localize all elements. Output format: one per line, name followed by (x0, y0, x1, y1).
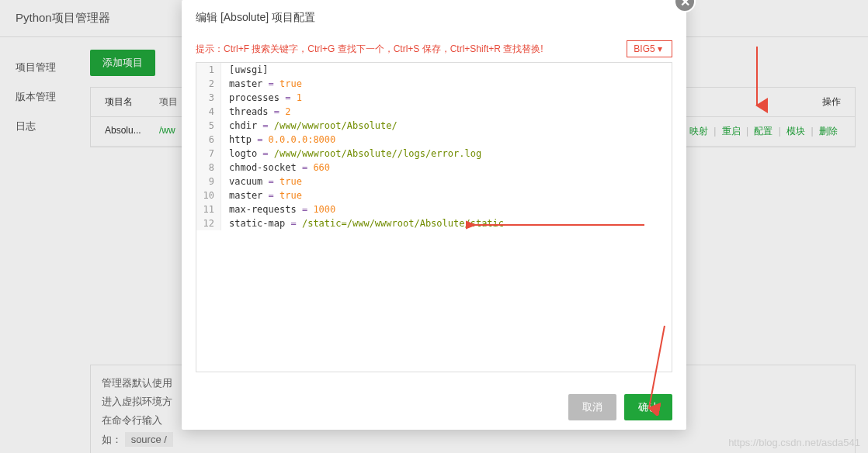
code-text: logto = /www/wwwroot/Absolute//logs/erro… (221, 147, 481, 161)
code-text: vacuum = true (221, 175, 302, 188)
line-number: 4 (196, 105, 221, 119)
modal-body: 提示：Ctrl+F 搜索关键字，Ctrl+G 查找下一个，Ctrl+S 保存，C… (182, 36, 686, 385)
modal-title: 编辑 [Absolute] 项目配置 (182, 0, 686, 36)
code-text: http = 0.0.0.0:8000 (221, 133, 335, 147)
code-text: static-map = /static=/www/wwwroot/Absolu… (221, 216, 504, 230)
code-line: 9vacuum = true (196, 175, 672, 188)
line-number: 8 (196, 161, 221, 175)
code-text: master = true (221, 188, 302, 202)
code-line: 11max-requests = 1000 (196, 202, 672, 216)
code-line: 4threads = 2 (196, 105, 672, 119)
edit-config-modal: ✕ 编辑 [Absolute] 项目配置 提示：Ctrl+F 搜索关键字，Ctr… (182, 0, 686, 430)
watermark: https://blog.csdn.net/asda541 (728, 437, 860, 448)
code-line: 1[uwsgi] (196, 63, 672, 77)
code-editor[interactable]: 1[uwsgi]2master = true3processes = 14thr… (196, 62, 672, 372)
code-line: 5chdir = /www/wwwroot/Absolute/ (196, 119, 672, 133)
close-icon: ✕ (680, 0, 690, 9)
code-line: 8chmod-socket = 660 (196, 161, 672, 175)
line-number: 2 (196, 77, 221, 91)
line-number: 5 (196, 119, 221, 133)
code-line: 6http = 0.0.0.0:8000 (196, 133, 672, 147)
code-text: chmod-socket = 660 (221, 161, 330, 175)
code-text: [uwsgi] (221, 63, 269, 77)
line-number: 7 (196, 147, 221, 161)
line-number: 9 (196, 175, 221, 188)
line-number: 6 (196, 133, 221, 147)
line-number: 11 (196, 202, 221, 216)
modal-footer: 取消 确认 (182, 385, 686, 430)
code-line: 7logto = /www/wwwroot/Absolute//logs/err… (196, 147, 672, 161)
line-number: 10 (196, 188, 221, 202)
code-text: master = true (221, 77, 302, 91)
cancel-button[interactable]: 取消 (568, 394, 616, 420)
code-text: max-requests = 1000 (221, 202, 335, 216)
chevron-down-icon: ▾ (658, 43, 662, 54)
editor-hint: 提示：Ctrl+F 搜索关键字，Ctrl+G 查找下一个，Ctrl+S 保存，C… (196, 43, 543, 56)
code-text: chdir = /www/wwwroot/Absolute/ (221, 119, 398, 133)
confirm-button[interactable]: 确认 (624, 394, 672, 420)
line-number: 1 (196, 63, 221, 77)
code-text: processes = 1 (221, 91, 302, 105)
code-text: threads = 2 (221, 105, 291, 119)
code-line: 12static-map = /static=/www/wwwroot/Abso… (196, 216, 672, 230)
line-number: 3 (196, 91, 221, 105)
editor-toolbar: 提示：Ctrl+F 搜索关键字，Ctrl+G 查找下一个，Ctrl+S 保存，C… (196, 36, 672, 62)
code-line: 2master = true (196, 77, 672, 91)
code-line: 10master = true (196, 188, 672, 202)
modal-overlay: ✕ 编辑 [Absolute] 项目配置 提示：Ctrl+F 搜索关键字，Ctr… (0, 0, 868, 453)
encoding-select[interactable]: BIG5 ▾ (627, 40, 672, 57)
code-line: 3processes = 1 (196, 91, 672, 105)
line-number: 12 (196, 216, 221, 230)
